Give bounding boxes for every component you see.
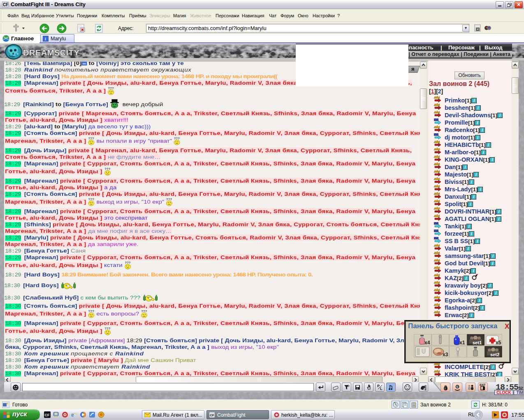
svg-text:???: ??? [174, 137, 180, 140]
svg-text:???: ??? [108, 87, 114, 90]
svg-text:P: P [377, 384, 380, 388]
svg-text:EXIT: EXIT [480, 383, 485, 386]
svg-text:x5: x5 [496, 340, 501, 346]
svg-text:???: ??? [88, 310, 94, 313]
svg-text:???: ??? [104, 327, 110, 330]
svg-text:x4: x4 [424, 340, 430, 346]
svg-text:x3: x3 [443, 352, 448, 357]
svg-text:DREAMSCITY: DREAMSCITY [23, 48, 79, 57]
svg-text:???: ??? [104, 167, 110, 170]
svg-text:x1: x1 [459, 340, 465, 346]
svg-text:set2: set2 [490, 352, 499, 357]
svg-text:???: ??? [141, 310, 147, 313]
svg-text:i: i [445, 387, 445, 390]
svg-text:set1: set1 [473, 340, 482, 345]
svg-text:???: ??? [125, 261, 130, 264]
svg-text:???: ??? [88, 198, 94, 201]
svg-text:???: ??? [88, 137, 94, 140]
svg-text:5: 5 [457, 385, 458, 388]
svg-text:!: ! [357, 387, 358, 390]
svg-text:???: ??? [166, 198, 172, 201]
svg-text:L: L [380, 387, 383, 390]
svg-text:e: e [71, 411, 74, 418]
svg-text:CF: CF [45, 413, 50, 417]
svg-text:CF: CF [210, 413, 214, 417]
